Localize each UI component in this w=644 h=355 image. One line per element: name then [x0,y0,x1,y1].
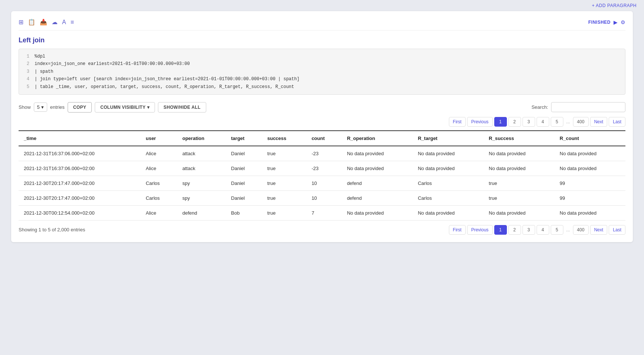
cell-R_target-2: Carlos [412,176,483,190]
copy-icon[interactable]: 📋 [28,19,35,26]
next-button-bottom[interactable]: Next [590,225,608,235]
cell-target-3: Daniel [226,190,262,205]
search-label: Search: [531,104,548,110]
download-icon[interactable]: 📥 [40,19,47,26]
cell-R_success-2: true [483,176,554,190]
line-num-1: 1 [24,53,29,60]
text-icon[interactable]: A [62,19,66,26]
table-row: 2021-12-31T16:37:06.000+02:00Aliceattack… [19,161,625,176]
cell-user-4: Alice [140,205,177,220]
previous-button-top[interactable]: Previous [467,117,493,127]
cell-R_operation-1: No data provided [342,161,413,176]
cell-user-2: Carlos [140,176,177,190]
controls-left: Show 5 ▾ entries COPY COLUMN VISIBILITY … [19,102,206,113]
add-paragraph-button[interactable]: + ADD PARAGRAPH [592,3,637,8]
table-row: 2021-12-30T20:17:47.000+02:00CarlosspyDa… [19,190,625,205]
code-line-3: 3 | spath [24,68,620,75]
last-button-top[interactable]: Last [609,117,625,127]
cell-operation-1: attack [177,161,226,176]
code-line-1: 1 %dpl [24,53,620,60]
cell-target-2: Daniel [226,176,262,190]
cell-target-4: Bob [226,205,262,220]
code-text-2: index=join_json_one earliest=2021-01-01T… [35,60,190,68]
next-button-top[interactable]: Next [590,117,608,127]
entries-value: 5 [37,104,40,110]
page-3-button-top[interactable]: 3 [522,117,535,127]
cell-count-4: 7 [306,205,342,220]
cell-user-1: Alice [140,161,177,176]
ellipsis-bottom: ... [565,225,572,234]
page-1-button-bottom[interactable]: 1 [494,225,507,235]
play-icon[interactable]: ▶ [614,19,618,25]
copy-button[interactable]: COPY [68,102,92,113]
col-target: target [226,131,262,146]
code-text-1: %dpl [35,53,45,60]
show-hide-all-button[interactable]: SHOW/HIDE ALL [158,102,206,113]
cell-R_target-4: No data provided [412,205,483,220]
first-button-bottom[interactable]: First [449,225,466,235]
cell-_time-4: 2021-12-30T00:12:54.000+02:00 [19,205,140,220]
cell-R_count-3: 99 [554,190,625,205]
page-400-button-bottom[interactable]: 400 [573,225,589,235]
col-r-operation: R_operation [342,131,413,146]
data-table: _time user operation target success coun… [19,130,625,221]
cell-R_target-3: Carlos [412,190,483,205]
cell-R_operation-3: defend [342,190,413,205]
last-button-bottom[interactable]: Last [609,225,625,235]
cell-target-0: Daniel [226,146,262,161]
page-2-button-bottom[interactable]: 2 [508,225,521,235]
list-icon[interactable]: ≡ [71,19,74,26]
toolbar-left: ⊞ 📋 📥 ☁ A ≡ [19,19,74,26]
main-card: ⊞ 📋 📥 ☁ A ≡ FINISHED ▶ ⚙ Left join 1 %dp… [11,11,633,242]
col-time: _time [19,131,140,146]
cell-operation-3: spy [177,190,226,205]
cell-R_operation-0: No data provided [342,146,413,161]
cell-user-3: Carlos [140,190,177,205]
code-line-2: 2 index=join_json_one earliest=2021-01-0… [24,60,620,68]
cell-success-3: true [262,190,306,205]
finished-badge: FINISHED [588,20,611,25]
cell-operation-4: defend [177,205,226,220]
pagination-bottom: First Previous 1 2 3 4 5 ... 400 Next La… [449,225,625,235]
cell-R_operation-2: defend [342,176,413,190]
page-5-button-bottom[interactable]: 5 [551,225,563,235]
table-row: 2021-12-30T00:12:54.000+02:00Alicedefend… [19,205,625,220]
line-num-5: 5 [24,83,29,91]
previous-button-bottom[interactable]: Previous [467,225,493,235]
code-line-5: 5 | table _time, user, operation, target… [24,83,620,91]
code-text-5: | table _time, user, operation, target, … [35,83,294,91]
ellipsis-top: ... [565,117,572,126]
page-4-button-bottom[interactable]: 4 [537,225,549,235]
line-num-2: 2 [24,60,29,68]
cell-R_count-0: No data provided [554,146,625,161]
cell-success-0: true [262,146,306,161]
cell-count-2: 10 [306,176,342,190]
top-bar: + ADD PARAGRAPH [0,0,644,11]
cell-R_target-0: No data provided [412,146,483,161]
cell-R_target-1: No data provided [412,161,483,176]
page-3-button-bottom[interactable]: 3 [522,225,535,235]
column-visibility-button[interactable]: COLUMN VISIBILITY ▾ [95,102,155,113]
col-r-target: R_target [412,131,483,146]
gear-icon[interactable]: ⚙ [621,19,625,25]
search-input[interactable] [551,102,625,112]
cell-_time-1: 2021-12-31T16:37:06.000+02:00 [19,161,140,176]
cell-_time-3: 2021-12-30T20:17:47.000+02:00 [19,190,140,205]
page-400-button-top[interactable]: 400 [573,117,589,127]
entries-label: entries [50,104,65,110]
upload-icon[interactable]: ☁ [52,19,58,26]
entries-select[interactable]: 5 ▾ [34,102,47,112]
page-5-button-top[interactable]: 5 [551,117,563,127]
page-1-button-top[interactable]: 1 [494,117,507,127]
cell-R_operation-4: No data provided [342,205,413,220]
show-label: Show [19,104,31,110]
expand-icon[interactable]: ⊞ [19,19,23,26]
page-2-button-top[interactable]: 2 [508,117,521,127]
page-4-button-top[interactable]: 4 [537,117,549,127]
cell-R_success-1: No data provided [483,161,554,176]
first-button-top[interactable]: First [449,117,466,127]
cell-count-3: 10 [306,190,342,205]
footer-row: Showing 1 to 5 of 2,000 entries First Pr… [19,225,625,235]
line-num-3: 3 [24,68,29,75]
col-success: success [262,131,306,146]
